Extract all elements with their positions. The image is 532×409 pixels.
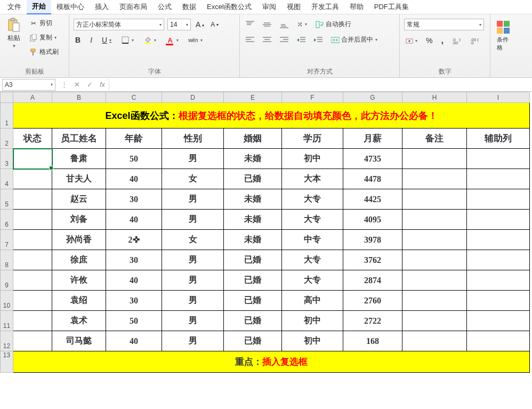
row-header[interactable]: 1 <box>1 103 13 129</box>
data-cell[interactable] <box>467 169 530 189</box>
conditional-format-button[interactable]: 条件格 <box>495 19 512 53</box>
menu-item[interactable]: 文件 <box>2 0 27 14</box>
wrap-text-button[interactable]: 自动换行 <box>314 19 353 30</box>
data-cell[interactable]: 男 <box>162 331 224 351</box>
data-cell[interactable] <box>13 149 52 169</box>
format-painter-button[interactable]: 格式刷 <box>28 46 60 58</box>
data-cell[interactable] <box>402 149 467 169</box>
data-cell[interactable]: 赵云 <box>52 189 106 210</box>
data-cell[interactable]: 4478 <box>343 169 402 189</box>
header-cell[interactable]: 备注 <box>402 129 467 149</box>
data-cell[interactable] <box>467 331 530 351</box>
data-cell[interactable]: 初中 <box>282 149 343 169</box>
menu-item[interactable]: PDF工具集 <box>369 0 414 14</box>
data-cell[interactable]: 168 <box>343 331 402 351</box>
col-header[interactable]: D <box>162 92 224 103</box>
menu-item[interactable]: 页面布局 <box>114 0 152 14</box>
col-header[interactable]: F <box>282 92 343 103</box>
select-all-corner[interactable] <box>1 92 13 103</box>
data-cell[interactable]: 已婚 <box>224 169 282 189</box>
data-cell[interactable]: 30 <box>106 291 162 311</box>
menu-item[interactable]: 开发工具 <box>306 0 344 14</box>
align-bottom-button[interactable] <box>278 20 290 29</box>
italic-button[interactable]: I <box>88 35 94 45</box>
menu-item[interactable]: 审阅 <box>257 0 281 14</box>
underline-button[interactable]: U▾ <box>100 35 113 45</box>
header-cell[interactable]: 员工姓名 <box>52 129 106 149</box>
menu-item[interactable]: 开始 <box>27 0 51 14</box>
data-cell[interactable] <box>402 291 467 311</box>
accept-formula-button[interactable]: ✓ <box>83 78 96 91</box>
menu-item[interactable]: 模板中心 <box>51 0 90 14</box>
row-header[interactable]: 13 <box>1 351 13 373</box>
data-cell[interactable]: 袁术 <box>52 311 106 331</box>
data-cell[interactable]: 男 <box>162 149 224 169</box>
data-cell[interactable]: 男 <box>162 270 224 291</box>
data-cell[interactable]: 中专 <box>282 230 343 250</box>
fill-color-button[interactable]: ▾ <box>142 35 158 45</box>
increase-font-button[interactable]: A▴ <box>194 19 206 30</box>
row-header[interactable]: 4 <box>1 169 13 189</box>
decrease-indent-button[interactable] <box>295 36 307 44</box>
data-cell[interactable]: 大专 <box>282 210 343 230</box>
data-cell[interactable]: 40 <box>106 331 162 351</box>
bold-button[interactable]: B <box>74 35 82 45</box>
data-cell[interactable]: 未婚 <box>224 189 282 210</box>
data-cell[interactable]: 4735 <box>343 149 402 169</box>
col-header[interactable]: I <box>467 92 530 103</box>
data-cell[interactable] <box>467 149 530 169</box>
data-cell[interactable]: 初中 <box>282 331 343 351</box>
data-cell[interactable] <box>13 331 52 351</box>
data-cell[interactable]: 40 <box>106 169 162 189</box>
data-cell[interactable]: 未婚 <box>224 230 282 250</box>
data-cell[interactable] <box>467 291 530 311</box>
row-header[interactable]: 11 <box>1 311 13 331</box>
data-cell[interactable]: 袁绍 <box>52 291 106 311</box>
decrease-font-button[interactable]: A▾ <box>209 20 220 29</box>
data-cell[interactable]: 已婚 <box>224 250 282 270</box>
data-cell[interactable] <box>467 270 530 291</box>
copy-button[interactable]: 复制▾ <box>28 32 60 43</box>
data-cell[interactable] <box>402 331 467 351</box>
data-cell[interactable] <box>13 311 52 331</box>
data-cell[interactable]: 大专 <box>282 189 343 210</box>
data-cell[interactable]: 已婚 <box>224 270 282 291</box>
data-cell[interactable]: 4425 <box>343 189 402 210</box>
col-header[interactable]: G <box>343 92 402 103</box>
orientation-button[interactable]: ⤭▾ <box>295 19 309 29</box>
data-cell[interactable]: 50 <box>106 149 162 169</box>
data-cell[interactable]: 3978 <box>343 230 402 250</box>
col-header[interactable]: C <box>106 92 162 103</box>
data-cell[interactable] <box>467 250 530 270</box>
align-center-button[interactable] <box>261 36 273 44</box>
formula-input[interactable] <box>109 79 532 91</box>
data-cell[interactable] <box>13 169 52 189</box>
increase-decimal-button[interactable]: .0.00 <box>450 36 463 45</box>
header-cell[interactable]: 性别 <box>162 129 224 149</box>
data-cell[interactable]: 司马懿 <box>52 331 106 351</box>
border-button[interactable]: ▾ <box>119 35 135 45</box>
data-cell[interactable]: 男 <box>162 189 224 210</box>
data-cell[interactable] <box>13 210 52 230</box>
data-cell[interactable]: 男 <box>162 250 224 270</box>
data-cell[interactable]: 许攸 <box>52 270 106 291</box>
data-cell[interactable] <box>402 189 467 210</box>
data-cell[interactable] <box>13 291 52 311</box>
data-cell[interactable]: 孙尚香 <box>52 230 106 250</box>
data-cell[interactable]: 初中 <box>282 311 343 331</box>
data-cell[interactable] <box>13 189 52 210</box>
data-cell[interactable] <box>13 270 52 291</box>
header-cell[interactable]: 婚姻 <box>224 129 282 149</box>
data-cell[interactable]: 已婚 <box>224 291 282 311</box>
menu-item[interactable]: Excel函数公式 <box>201 0 257 14</box>
percent-button[interactable]: % <box>424 35 434 46</box>
data-cell[interactable]: 30 <box>106 189 162 210</box>
data-cell[interactable]: 高中 <box>282 291 343 311</box>
fx-button[interactable]: fx <box>96 78 109 91</box>
data-cell[interactable]: 大专 <box>282 250 343 270</box>
row-header[interactable]: 2 <box>1 129 13 149</box>
font-color-button[interactable]: A▾ <box>164 35 180 45</box>
data-cell[interactable] <box>467 230 530 250</box>
data-cell[interactable] <box>402 210 467 230</box>
data-cell[interactable] <box>402 270 467 291</box>
